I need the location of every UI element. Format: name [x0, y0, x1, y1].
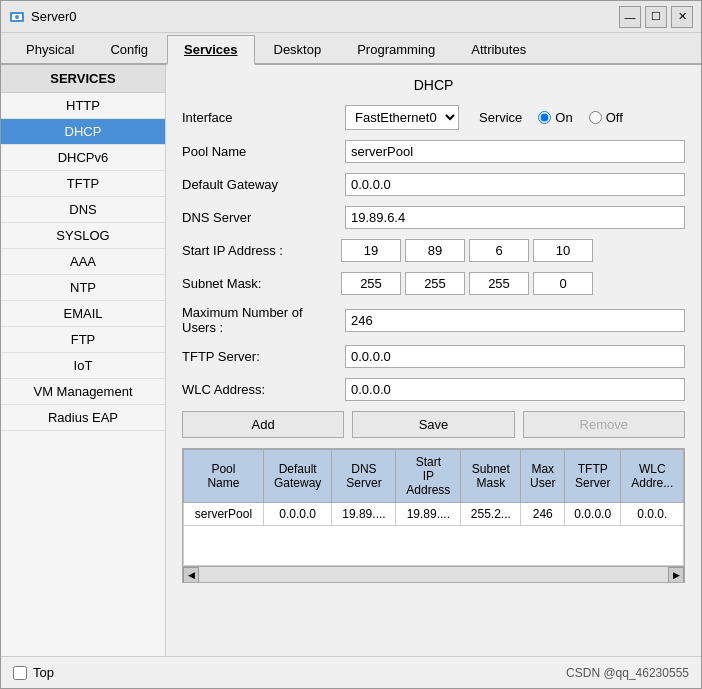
- sidebar-item-http[interactable]: HTTP: [1, 93, 165, 119]
- default-gateway-input[interactable]: [345, 173, 685, 196]
- th-max-user: MaxUser: [521, 450, 565, 503]
- start-ip-label: Start IP Address :: [182, 243, 337, 258]
- remove-button[interactable]: Remove: [523, 411, 685, 438]
- subnet-octet2[interactable]: [405, 272, 465, 295]
- interface-label: Interface: [182, 110, 337, 125]
- default-gateway-field: [345, 173, 685, 196]
- sidebar-item-dhcp[interactable]: DHCP: [1, 119, 165, 145]
- sidebar: SERVICES HTTP DHCP DHCPv6 TFTP DNS SYSLO…: [1, 65, 166, 656]
- sidebar-item-dns[interactable]: DNS: [1, 197, 165, 223]
- sidebar-item-radius[interactable]: Radius EAP: [1, 405, 165, 431]
- bottom-bar: Top CSDN @qq_46230555: [1, 656, 701, 688]
- pool-name-label: Pool Name: [182, 144, 337, 159]
- sidebar-header: SERVICES: [1, 65, 165, 93]
- sidebar-item-ntp[interactable]: NTP: [1, 275, 165, 301]
- subnet-octet3[interactable]: [469, 272, 529, 295]
- service-off-radio[interactable]: [589, 111, 602, 124]
- start-ip-octet4[interactable]: [533, 239, 593, 262]
- empty-row: [184, 526, 684, 566]
- subnet-mask-label: Subnet Mask:: [182, 276, 337, 291]
- sidebar-item-dhcpv6[interactable]: DHCPv6: [1, 145, 165, 171]
- subnet-octet4[interactable]: [533, 272, 593, 295]
- start-ip-row: Start IP Address :: [182, 239, 685, 262]
- save-button[interactable]: Save: [352, 411, 514, 438]
- window: Server0 — ☐ ✕ Physical Config Services D…: [0, 0, 702, 689]
- dns-server-field: [345, 206, 685, 229]
- subnet-octet1[interactable]: [341, 272, 401, 295]
- tftp-server-field: [345, 345, 685, 368]
- pool-name-field: [345, 140, 685, 163]
- watermark: CSDN @qq_46230555: [566, 666, 689, 680]
- subnet-mask-row: Subnet Mask:: [182, 272, 685, 295]
- sidebar-item-aaa[interactable]: AAA: [1, 249, 165, 275]
- service-toggle: Service On Off: [479, 110, 623, 125]
- table-row[interactable]: serverPool 0.0.0.0 19.89.... 19.89.... 2…: [184, 503, 684, 526]
- sidebar-item-syslog[interactable]: SYSLOG: [1, 223, 165, 249]
- tab-services[interactable]: Services: [167, 35, 255, 65]
- top-checkbox[interactable]: [13, 666, 27, 680]
- tab-physical[interactable]: Physical: [9, 35, 91, 65]
- sidebar-item-ftp[interactable]: FTP: [1, 327, 165, 353]
- td-default-gateway: 0.0.0.0: [263, 503, 332, 526]
- start-ip-octet2[interactable]: [405, 239, 465, 262]
- tabs-bar: Physical Config Services Desktop Program…: [1, 33, 701, 65]
- th-tftp-server: TFTPServer: [565, 450, 621, 503]
- table-header-row: PoolName DefaultGateway DNSServer StartI…: [184, 450, 684, 503]
- content-area: DHCP Interface FastEthernet0 FastEtherne…: [166, 65, 701, 656]
- th-wlc-address: WLCAddre...: [621, 450, 684, 503]
- wlc-address-row: WLC Address:: [182, 378, 685, 401]
- tftp-server-input[interactable]: [345, 345, 685, 368]
- dhcp-table-container: PoolName DefaultGateway DNSServer StartI…: [182, 448, 685, 583]
- sidebar-item-vm[interactable]: VM Management: [1, 379, 165, 405]
- close-button[interactable]: ✕: [671, 6, 693, 28]
- scroll-right-arrow[interactable]: ▶: [668, 567, 684, 583]
- sidebar-item-tftp[interactable]: TFTP: [1, 171, 165, 197]
- pool-name-input[interactable]: [345, 140, 685, 163]
- tab-programming[interactable]: Programming: [340, 35, 452, 65]
- td-start-ip: 19.89....: [396, 503, 461, 526]
- tftp-server-row: TFTP Server:: [182, 345, 685, 368]
- td-subnet-mask: 255.2...: [461, 503, 521, 526]
- title-bar-left: Server0: [9, 9, 77, 25]
- td-dns-server: 19.89....: [332, 503, 396, 526]
- dns-server-row: DNS Server: [182, 206, 685, 229]
- dhcp-table: PoolName DefaultGateway DNSServer StartI…: [183, 449, 684, 566]
- scroll-left-arrow[interactable]: ◀: [183, 567, 199, 583]
- max-users-input[interactable]: [345, 309, 685, 332]
- service-off-label: Off: [606, 110, 623, 125]
- start-ip-octet1[interactable]: [341, 239, 401, 262]
- minimize-button[interactable]: —: [619, 6, 641, 28]
- max-users-label: Maximum Number of Users :: [182, 305, 337, 335]
- start-ip-octet3[interactable]: [469, 239, 529, 262]
- td-wlc-address: 0.0.0.: [621, 503, 684, 526]
- service-on-radio[interactable]: [538, 111, 551, 124]
- add-button[interactable]: Add: [182, 411, 344, 438]
- dns-server-input[interactable]: [345, 206, 685, 229]
- scrollbar-track[interactable]: [199, 567, 668, 582]
- tab-config[interactable]: Config: [93, 35, 165, 65]
- sidebar-item-email[interactable]: EMAIL: [1, 301, 165, 327]
- th-subnet-mask: SubnetMask: [461, 450, 521, 503]
- tab-attributes[interactable]: Attributes: [454, 35, 543, 65]
- horizontal-scrollbar[interactable]: ◀ ▶: [183, 566, 684, 582]
- tab-desktop[interactable]: Desktop: [257, 35, 339, 65]
- sidebar-item-iot[interactable]: IoT: [1, 353, 165, 379]
- th-dns-server: DNSServer: [332, 450, 396, 503]
- max-users-row: Maximum Number of Users :: [182, 305, 685, 335]
- tftp-server-label: TFTP Server:: [182, 349, 337, 364]
- max-users-field: [345, 309, 685, 332]
- title-bar: Server0 — ☐ ✕: [1, 1, 701, 33]
- svg-point-2: [15, 15, 19, 19]
- service-on-group[interactable]: On: [538, 110, 572, 125]
- pool-name-row: Pool Name: [182, 140, 685, 163]
- td-tftp-server: 0.0.0.0: [565, 503, 621, 526]
- maximize-button[interactable]: ☐: [645, 6, 667, 28]
- title-controls: — ☐ ✕: [619, 6, 693, 28]
- app-icon: [9, 9, 25, 25]
- top-label: Top: [33, 665, 54, 680]
- button-row: Add Save Remove: [182, 411, 685, 438]
- wlc-address-input[interactable]: [345, 378, 685, 401]
- service-off-group[interactable]: Off: [589, 110, 623, 125]
- interface-select[interactable]: FastEthernet0 FastEthernet1: [345, 105, 459, 130]
- sidebar-scroll[interactable]: HTTP DHCP DHCPv6 TFTP DNS SYSLOG AAA NTP…: [1, 93, 165, 656]
